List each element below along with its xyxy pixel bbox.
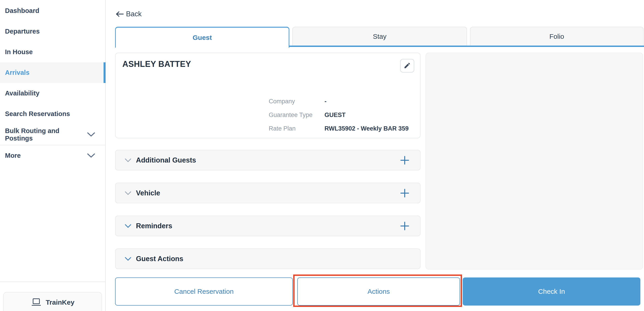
tab-stay[interactable]: Stay (292, 27, 467, 46)
tab-label: Stay (373, 33, 386, 40)
field-label: Guarantee Type (269, 111, 324, 119)
sidebar-item-more[interactable]: More (0, 145, 105, 166)
sidebar-item-label: Search Reservations (5, 110, 70, 118)
section-vehicle[interactable]: Vehicle (115, 183, 420, 203)
edit-guest-button[interactable] (400, 59, 414, 72)
field-label: Rate Plan (269, 125, 324, 132)
main-content: Back Guest Stay Folio ASHLEY BATTEY (106, 0, 644, 311)
trainkey-button[interactable]: TrainKey (3, 292, 102, 311)
section-additional-guests[interactable]: Additional Guests (115, 150, 420, 170)
guest-details-card: ASHLEY BATTEY Company - Guarantee Type G… (115, 52, 420, 138)
guest-fields: Company - Guarantee Type GUEST Rate Plan… (269, 98, 408, 138)
section-title: Guest Actions (136, 255, 410, 263)
section-reminders[interactable]: Reminders (115, 216, 420, 236)
sidebar: Dashboard Departures In House Arrivals A… (0, 0, 106, 311)
guest-name: ASHLEY BATTEY (122, 60, 191, 69)
chevron-down-icon (87, 152, 95, 159)
back-button[interactable]: Back (116, 10, 142, 18)
sidebar-item-label: Dashboard (5, 7, 39, 14)
detail-side-panel (426, 52, 643, 270)
field-row-guarantee-type: Guarantee Type GUEST (269, 111, 408, 119)
pencil-icon (404, 62, 411, 70)
sidebar-item-arrivals[interactable]: Arrivals (0, 62, 105, 83)
sidebar-nav: Dashboard Departures In House Arrivals A… (0, 0, 105, 166)
section-title: Additional Guests (136, 156, 399, 164)
app-root: Dashboard Departures In House Arrivals A… (0, 0, 644, 311)
add-reminder-button[interactable] (399, 220, 410, 232)
back-label: Back (126, 10, 142, 18)
chevron-down-icon (125, 257, 132, 261)
add-additional-guest-button[interactable] (399, 155, 410, 166)
sidebar-item-availability[interactable]: Availability (0, 83, 105, 104)
sidebar-item-label: Arrivals (5, 69, 30, 76)
sidebar-item-in-house[interactable]: In House (0, 42, 105, 62)
tab-guest[interactable]: Guest (115, 27, 289, 48)
tab-active-underline (289, 46, 644, 47)
tab-label: Folio (549, 33, 564, 40)
plus-icon (400, 188, 410, 198)
tab-bar: Guest Stay Folio (115, 27, 644, 48)
sidebar-item-bulk-routing-and-postings[interactable]: Bulk Routing and Postings (0, 124, 105, 145)
plus-icon (400, 156, 410, 165)
field-value: GUEST (324, 111, 346, 119)
sidebar-item-dashboard[interactable]: Dashboard (0, 0, 105, 21)
chevron-down-icon (87, 131, 95, 138)
actions-button[interactable]: Actions (297, 278, 460, 306)
chevron-down-icon (125, 224, 132, 228)
sidebar-item-label: Availability (5, 90, 40, 97)
field-label: Company (269, 98, 324, 105)
field-value: - (324, 98, 326, 105)
laptop-icon (31, 298, 42, 308)
add-vehicle-button[interactable] (399, 188, 410, 198)
chevron-down-icon (125, 191, 132, 195)
chevron-down-icon (125, 158, 132, 162)
sidebar-item-label: Bulk Routing and Postings (5, 127, 84, 142)
sidebar-footer: TrainKey (0, 282, 105, 311)
section-title: Vehicle (136, 189, 399, 197)
sidebar-item-departures[interactable]: Departures (0, 21, 105, 42)
field-row-rate-plan: Rate Plan RWL35902 - Weekly BAR 359 (269, 125, 408, 132)
field-value: RWL35902 - Weekly BAR 359 (324, 125, 408, 132)
check-in-button[interactable]: Check In (463, 278, 640, 306)
sidebar-item-label: More (5, 152, 20, 159)
sidebar-item-label: Departures (5, 28, 40, 35)
sidebar-item-label: In House (5, 48, 33, 56)
trainkey-label: TrainKey (46, 298, 74, 307)
tab-label: Guest (192, 34, 212, 42)
sidebar-item-search-reservations[interactable]: Search Reservations (0, 104, 105, 124)
cancel-reservation-button[interactable]: Cancel Reservation (115, 278, 293, 306)
tab-folio[interactable]: Folio (470, 27, 644, 46)
section-guest-actions[interactable]: Guest Actions (115, 248, 420, 269)
arrow-left-icon (116, 11, 124, 17)
plus-icon (400, 221, 410, 231)
field-row-company: Company - (269, 98, 408, 105)
section-title: Reminders (136, 222, 399, 230)
